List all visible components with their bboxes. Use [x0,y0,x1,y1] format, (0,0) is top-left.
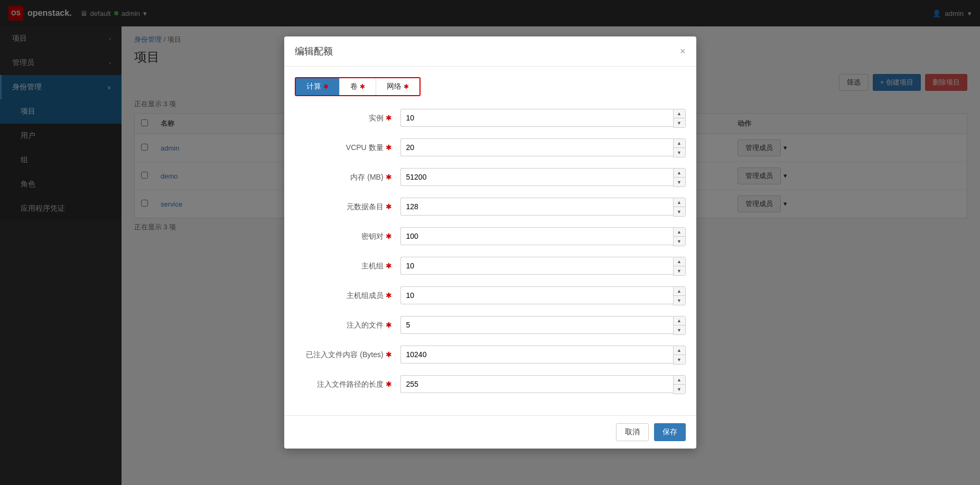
field-memory-label: 内存 (MB) ✱ [295,173,400,182]
spinner-up-metadata[interactable]: ▲ [674,198,685,207]
field-hostgroup-member-input[interactable] [400,286,673,304]
tab-compute-label: 计算 [306,82,321,91]
field-inject-content-req: ✱ [386,350,392,359]
modal-footer: 取消 保存 [284,415,696,449]
field-inject-content: 已注入文件内容 (Bytes) ✱ ▲ ▼ [295,346,686,365]
field-metadata: 元数据条目 ✱ ▲ ▼ [295,198,686,217]
spinner-down-hostgroup[interactable]: ▼ [674,266,685,275]
field-inject-files-input[interactable] [400,316,673,334]
spinner-up-hostgroup-member[interactable]: ▲ [674,287,685,296]
field-hostgroup-member-label: 主机组成员 ✱ [295,291,400,301]
tab-compute-star: ✱ [323,83,329,90]
field-vcpu-input[interactable] [400,138,673,156]
field-inject-content-input[interactable] [400,346,673,363]
tab-network-label: 网络 [387,82,402,91]
tab-network-star: ✱ [404,83,409,90]
field-vcpu-label: VCPU 数量 ✱ [295,143,400,153]
spinner-up-vcpu[interactable]: ▲ [674,139,685,148]
field-inject-content-wrap: ▲ ▼ [400,346,686,365]
spinner-up-inject-files[interactable]: ▲ [674,316,685,325]
modal-header: 编辑配额 × [284,36,696,67]
field-keypairs-label: 密钥对 ✱ [295,232,400,241]
spinner-up-memory[interactable]: ▲ [674,169,685,178]
spinner-down-keypairs[interactable]: ▼ [674,237,685,246]
tab-volume-star: ✱ [360,83,365,90]
field-keypairs: 密钥对 ✱ ▲ ▼ [295,227,686,246]
field-keypairs-spinner: ▲ ▼ [673,227,686,246]
field-inject-path-req: ✱ [386,380,392,388]
modal-overlay: 编辑配额 × 计算 ✱ 卷 ✱ 网络 ✱ [0,0,980,485]
tab-network[interactable]: 网络 ✱ [376,78,419,95]
cancel-button[interactable]: 取消 [616,423,649,441]
field-inject-path: 注入文件路径的长度 ✱ ▲ ▼ [295,375,686,394]
field-inject-path-input[interactable] [400,375,673,393]
modal-body: 计算 ✱ 卷 ✱ 网络 ✱ 实例 ✱ [284,67,696,415]
field-hostgroup-wrap: ▲ ▼ [400,257,686,276]
field-memory-wrap: ▲ ▼ [400,168,686,187]
spinner-down-metadata[interactable]: ▼ [674,207,685,216]
tab-compute[interactable]: 计算 ✱ [296,78,340,95]
field-inject-files-req: ✱ [386,321,392,329]
field-metadata-spinner: ▲ ▼ [673,198,686,217]
field-instances-input[interactable] [400,109,673,127]
field-inject-files-label: 注入的文件 ✱ [295,321,400,330]
field-instances-spinner: ▲ ▼ [673,109,686,128]
field-hostgroup-member-wrap: ▲ ▼ [400,286,686,305]
field-inject-path-label: 注入文件路径的长度 ✱ [295,380,400,389]
field-hostgroup-req: ✱ [386,262,392,270]
field-keypairs-input[interactable] [400,227,673,245]
field-vcpu: VCPU 数量 ✱ ▲ ▼ [295,138,686,157]
spinner-up-inject-path[interactable]: ▲ [674,376,685,385]
field-inject-content-label: 已注入文件内容 (Bytes) ✱ [295,350,400,360]
field-hostgroup-member-req: ✱ [386,291,392,300]
field-hostgroup-label: 主机组 ✱ [295,262,400,271]
modal-close-button[interactable]: × [680,46,686,56]
field-inject-files: 注入的文件 ✱ ▲ ▼ [295,316,686,335]
field-hostgroup-member: 主机组成员 ✱ ▲ ▼ [295,286,686,305]
field-hostgroup: 主机组 ✱ ▲ ▼ [295,257,686,276]
field-inject-path-wrap: ▲ ▼ [400,375,686,394]
field-metadata-input[interactable] [400,198,673,216]
field-metadata-label: 元数据条目 ✱ [295,202,400,212]
field-instances-wrap: ▲ ▼ [400,109,686,128]
field-memory: 内存 (MB) ✱ ▲ ▼ [295,168,686,187]
field-inject-content-spinner: ▲ ▼ [673,346,686,365]
field-vcpu-req: ✱ [386,143,392,152]
spinner-down-inject-files[interactable]: ▼ [674,325,685,334]
spinner-up-inject-content[interactable]: ▲ [674,346,685,355]
spinner-down-vcpu[interactable]: ▼ [674,148,685,157]
field-memory-spinner: ▲ ▼ [673,168,686,187]
spinner-up-instances[interactable]: ▲ [674,109,685,118]
spinner-down-hostgroup-member[interactable]: ▼ [674,296,685,305]
field-vcpu-spinner: ▲ ▼ [673,138,686,157]
edit-quota-modal: 编辑配额 × 计算 ✱ 卷 ✱ 网络 ✱ [284,36,696,449]
tab-volume[interactable]: 卷 ✱ [340,78,376,95]
field-hostgroup-input[interactable] [400,257,673,275]
field-inject-path-spinner: ▲ ▼ [673,375,686,394]
field-inject-files-spinner: ▲ ▼ [673,316,686,335]
field-vcpu-wrap: ▲ ▼ [400,138,686,157]
field-instances-label: 实例 ✱ [295,114,400,123]
spinner-up-hostgroup[interactable]: ▲ [674,257,685,266]
field-memory-req: ✱ [386,173,392,181]
field-instances-req: ✱ [386,114,392,122]
field-inject-files-wrap: ▲ ▼ [400,316,686,335]
spinner-up-keypairs[interactable]: ▲ [674,228,685,237]
field-keypairs-wrap: ▲ ▼ [400,227,686,246]
tab-volume-label: 卷 [350,82,358,91]
field-memory-input[interactable] [400,168,673,186]
spinner-down-memory[interactable]: ▼ [674,178,685,186]
field-hostgroup-member-spinner: ▲ ▼ [673,286,686,305]
spinner-down-inject-path[interactable]: ▼ [674,385,685,394]
spinner-down-instances[interactable]: ▼ [674,118,685,127]
field-hostgroup-spinner: ▲ ▼ [673,257,686,276]
field-instances: 实例 ✱ ▲ ▼ [295,109,686,128]
quota-tab-group: 计算 ✱ 卷 ✱ 网络 ✱ [295,77,421,96]
field-metadata-req: ✱ [386,202,392,211]
spinner-down-inject-content[interactable]: ▼ [674,355,685,364]
field-keypairs-req: ✱ [386,232,392,240]
save-button[interactable]: 保存 [654,423,686,441]
modal-title: 编辑配额 [295,45,333,58]
field-metadata-wrap: ▲ ▼ [400,198,686,217]
